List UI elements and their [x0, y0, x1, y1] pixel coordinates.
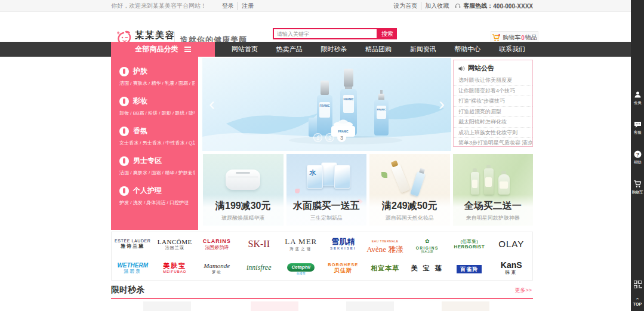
brand-wall: ESTĒE LAUDER雅诗兰黛 LANCÔME法国兰蔻 CLARINS法国娇韵… — [111, 232, 533, 281]
brand-mamonde[interactable]: Mamonde梦妆 — [204, 262, 230, 274]
set-home-link[interactable]: 设为首页 — [393, 2, 421, 10]
brand-wetherm[interactable]: WETHERM温碧泉 — [117, 262, 148, 275]
login-link[interactable]: 登录 — [222, 2, 238, 10]
cream-jar-image — [226, 170, 260, 190]
nav-item-contact[interactable]: 联系我们 — [499, 42, 525, 57]
brand-lancome[interactable]: LANCÔME法国兰蔻 — [158, 238, 192, 251]
category-personal-care[interactable]: 个人护理 护发 / 洗发 / 身体清洁 / 口腔护理 — [119, 186, 198, 206]
category-sidebar: 护肤 洁面 / 爽肤水 / 精华 / 乳液 / 面霜 / 面膜 彩妆 卸妆 / … — [111, 57, 198, 230]
category-sublinks[interactable]: 护发 / 洗发 / 身体清洁 / 口腔护理 — [119, 199, 195, 206]
notice-item[interactable]: 戴太阳镜时怎样化妆 — [454, 117, 532, 128]
brand-maybelline[interactable]: 美 宝 莲 — [411, 264, 443, 272]
promo-card-3[interactable]: 满249减50元 源自韩国天然化妆品 — [369, 154, 450, 226]
brand-en: (佰草集) — [454, 239, 485, 244]
brand-zh: 美 宝 莲 — [411, 264, 443, 272]
nav-item-help[interactable]: 帮助中心 — [454, 42, 480, 57]
hotline: 客服热线： 400-000-XXXX — [449, 2, 533, 10]
brand-cetaphil[interactable]: Cetaphil丝塔芙 — [287, 260, 315, 275]
brand-herborist[interactable]: (佰草集)HERBORIST — [454, 239, 485, 250]
brand-zh: 海蓝之谜 — [285, 247, 317, 251]
category-icon — [119, 67, 129, 76]
brand-xiangyibencao[interactable]: 相宜本草 — [371, 264, 399, 272]
brand-avene[interactable]: EAU THERMALEAvène 雅漾 — [366, 234, 403, 254]
category-skincare[interactable]: 护肤 洁面 / 爽肤水 / 精华 / 乳液 / 面霜 / 面膜 — [119, 66, 198, 87]
brand-clarins[interactable]: CLARINS法国娇韵诗 — [203, 238, 231, 250]
nav-item-seckill[interactable]: 限时秒杀 — [321, 42, 347, 57]
notice-item[interactable]: 打造“裸妆”步骤技巧 — [454, 96, 532, 107]
promo-subtitle: 源自韩国天然化妆品 — [369, 214, 450, 222]
carousel-prev-button[interactable]: ‹ — [206, 93, 218, 116]
brand-zh: 悦木之源 — [416, 250, 439, 254]
nav-item-hot[interactable]: 热卖产品 — [276, 42, 303, 57]
notice-item[interactable]: 让你眼睛变好看4个技巧 — [454, 86, 532, 97]
brand-en: WETHERM — [117, 262, 148, 269]
toolbar-cart-button[interactable]: 购物车 — [631, 180, 644, 208]
bottle-image — [391, 164, 410, 193]
brand-zh: 韩束 — [501, 270, 522, 275]
notice-item[interactable]: 成功上班族女性化妆守则 — [454, 128, 532, 138]
brand-zh: 法国娇韵诗 — [203, 245, 231, 250]
promo-card-2[interactable]: 水 水面膜买一送五 三生定制新品 — [286, 154, 367, 226]
brand-borghese[interactable]: BORGHESE贝佳斯 — [328, 263, 358, 274]
brand-zh: 丝塔芙 — [287, 272, 315, 276]
register-link[interactable]: 注册 — [242, 2, 254, 10]
toolbar-help-button[interactable]: ? 帮助 — [631, 150, 644, 178]
cart-icon — [492, 34, 500, 42]
all-categories-button[interactable]: 全部商品分类 — [111, 42, 215, 57]
carousel-next-button[interactable]: › — [436, 93, 448, 116]
qr-code-icon[interactable] — [634, 281, 642, 288]
category-makeup[interactable]: 彩妆 卸妆 / BB霜 / 粉饼 / 眼影 / 眼线 / 睫毛 — [119, 96, 198, 116]
category-name: 香氛 — [133, 126, 147, 136]
brand-innisfree[interactable]: innisfree — [246, 264, 272, 272]
brand-en: Mamonde — [204, 262, 230, 270]
category-men[interactable]: 男士专区 洁面 / 爽肤水 / 面霜 / 精华 / 护肤套装 — [119, 156, 198, 176]
category-fragrance[interactable]: 香氛 女士香水 / 男士香水 / 中性香水 / Q版 — [119, 126, 198, 146]
back-to-top-button[interactable]: ⌃ TOP — [631, 299, 644, 306]
brand-lamer[interactable]: LA MER海蓝之谜 — [285, 238, 317, 251]
brand-sk2[interactable]: SK-II — [248, 239, 270, 250]
hamburger-icon — [184, 45, 191, 53]
category-sublinks[interactable]: 卸妆 / BB霜 / 粉饼 / 眼影 / 眼线 / 睫毛 — [119, 110, 195, 116]
brand-meifubao[interactable]: 美肤宝MEIFUBAO — [163, 262, 186, 274]
category-icon — [119, 127, 129, 136]
search-button[interactable]: 搜索 — [378, 28, 397, 39]
hero-carousel[interactable]: FRANIC FRANIC FRANIC FRANIC ‹ › 1 2 3 — [202, 58, 451, 151]
brand-kans[interactable]: KanS韩束 — [501, 260, 522, 275]
all-categories-label: 全部商品分类 — [135, 44, 178, 54]
nav-item-groupbuy[interactable]: 精品团购 — [365, 42, 392, 57]
promo-card-4[interactable]: 全场买二送一 来自明星同款护肤神器 — [453, 154, 534, 226]
brand-olay[interactable]: OLAY — [498, 239, 524, 249]
notice-item[interactable]: 选对眼妆让你美丽度夏 — [454, 75, 532, 86]
carousel-dot-1[interactable]: 1 — [313, 133, 322, 142]
toolbar-service-button[interactable]: 客服 — [631, 121, 644, 148]
brand-en: KanS — [501, 260, 522, 270]
search-input[interactable] — [273, 28, 378, 39]
mask-packet-image: 水 — [307, 165, 323, 189]
brand-pechoin[interactable]: 百雀羚 — [457, 263, 482, 273]
brand-estee-lauder[interactable]: ESTĒE LAUDER雅诗兰黛 — [115, 239, 151, 249]
nav-item-home[interactable]: 网站首页 — [232, 42, 258, 57]
carousel-dot-3[interactable]: 3 — [337, 133, 346, 142]
category-sublinks[interactable]: 洁面 / 爽肤水 / 精华 / 乳液 / 面霜 / 面膜 — [119, 80, 195, 87]
notice-item[interactable]: 简单3步打造明星气质妆容 清凉 — [454, 138, 532, 147]
favorite-link[interactable]: 加入收藏 — [425, 2, 449, 10]
category-sublinks[interactable]: 洁面 / 爽肤水 / 面霜 / 精华 / 护肤套装 — [119, 170, 195, 176]
carousel-dots: 1 2 3 — [313, 133, 346, 142]
brand-zh: MEIFUBAO — [163, 270, 186, 274]
toolbar-member-button[interactable]: 会员 — [631, 91, 644, 118]
right-toolbar: 会员 客服 ? 帮助 购物车 ⌃ TOP — [631, 0, 644, 311]
brand-zh: 相宜本草 — [371, 264, 399, 272]
brand-zh: 雅诗兰黛 — [115, 244, 151, 249]
seckill-more-link[interactable]: 更多>> — [514, 287, 532, 294]
brand-zh: 温碧泉 — [117, 269, 148, 274]
product-placeholder — [346, 301, 394, 311]
notice-item[interactable]: 打造超漂亮的眉型 — [454, 107, 532, 118]
category-name: 护肤 — [133, 66, 147, 76]
category-sublinks[interactable]: 女士香水 / 男士香水 / 中性香水 / Q版 — [119, 140, 195, 146]
promo-card-1[interactable]: 满199减30元 玻尿酸焕颜精华液 — [203, 154, 284, 226]
headset-icon — [455, 3, 461, 9]
brand-origins[interactable]: ✿ORIGINS悦木之源 — [416, 235, 439, 254]
brand-sekkisei[interactable]: 雪肌精SEKKISEI — [330, 238, 356, 251]
carousel-dot-2[interactable]: 2 — [325, 133, 334, 142]
nav-item-news[interactable]: 新闻资讯 — [410, 42, 436, 57]
